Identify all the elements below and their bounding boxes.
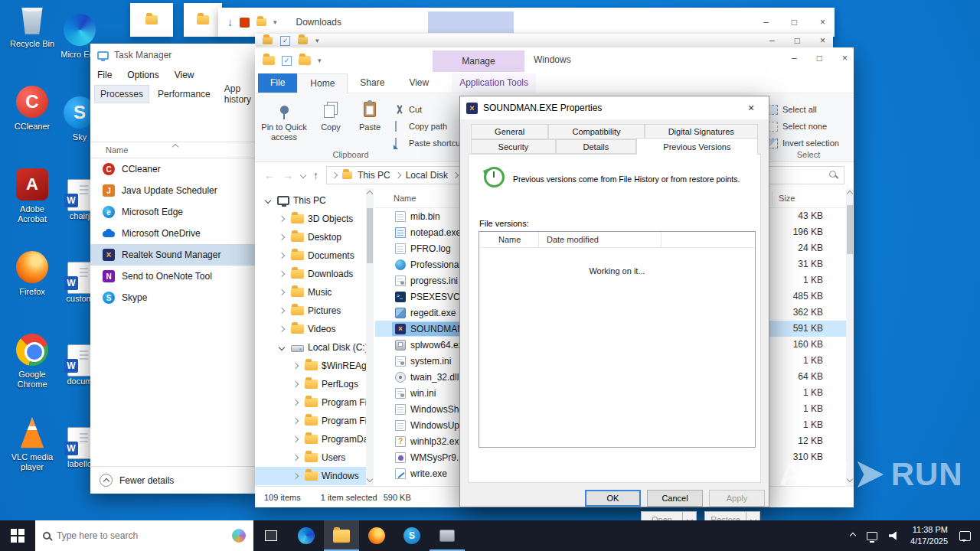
tab-share[interactable]: Share bbox=[348, 73, 397, 93]
expander-icon[interactable] bbox=[279, 344, 285, 350]
process-row-microsoft-edge[interactable]: Microsoft Edge bbox=[90, 201, 256, 223]
tree-item-program-files[interactable]: Program Files bbox=[255, 393, 366, 412]
search-input[interactable] bbox=[57, 530, 226, 541]
qat-dropdown-icon[interactable]: ▾ bbox=[315, 37, 319, 44]
column-header-date-modified[interactable]: Date modified bbox=[547, 235, 599, 244]
scrollbar-thumb[interactable] bbox=[367, 208, 373, 263]
file-versions-list[interactable]: Name Date modified Working on it... bbox=[479, 231, 756, 448]
taskbar-firefox-button[interactable] bbox=[359, 520, 394, 551]
tree-item-pictures[interactable]: Pictures bbox=[255, 302, 366, 320]
expander-icon[interactable] bbox=[279, 308, 285, 314]
column-header-size[interactable]: Size bbox=[772, 191, 795, 205]
tab-app-history[interactable]: App history bbox=[219, 80, 256, 108]
fewer-details-button[interactable]: Fewer details bbox=[90, 466, 256, 494]
task-view-button[interactable] bbox=[253, 520, 289, 551]
tree-item-this-pc[interactable]: This PC bbox=[255, 191, 366, 210]
expander-icon[interactable] bbox=[292, 418, 299, 424]
scroll-down-icon[interactable] bbox=[847, 476, 853, 482]
desktop-icon-google-chrome[interactable]: Google Chrome bbox=[5, 334, 60, 416]
apply-button[interactable]: Apply bbox=[709, 490, 765, 507]
minimize-icon[interactable]: – bbox=[769, 36, 775, 45]
minimize-icon[interactable]: – bbox=[763, 18, 769, 27]
expander-icon[interactable] bbox=[292, 363, 299, 369]
minimize-icon[interactable]: – bbox=[792, 54, 797, 63]
expander-icon[interactable] bbox=[292, 436, 299, 442]
forward-button[interactable]: → bbox=[283, 170, 293, 181]
column-header-name[interactable]: Name bbox=[90, 142, 256, 158]
taskbar-skype-button[interactable]: S bbox=[394, 520, 430, 551]
close-icon[interactable]: × bbox=[820, 36, 825, 45]
scroll-down-icon[interactable] bbox=[367, 476, 373, 482]
tree-item-music[interactable]: Music bbox=[255, 283, 366, 302]
file-list-scrollbar[interactable] bbox=[846, 188, 854, 486]
ok-button[interactable]: OK bbox=[585, 490, 641, 507]
recent-locations-icon[interactable] bbox=[300, 172, 306, 178]
menu-options[interactable]: Options bbox=[127, 70, 158, 80]
taskbar-edge-button[interactable] bbox=[289, 520, 324, 551]
tab-home[interactable]: Home bbox=[297, 73, 348, 93]
pin-to-quick-access-button[interactable]: Pin to Quick access bbox=[260, 98, 309, 142]
desktop-icon-vlc-media-player[interactable]: VLC media player bbox=[5, 416, 60, 499]
expander-icon[interactable] bbox=[279, 253, 285, 259]
up-button[interactable]: ↑ bbox=[313, 170, 318, 181]
tree-item-videos[interactable]: Videos bbox=[255, 320, 366, 338]
expander-icon[interactable] bbox=[279, 326, 285, 332]
expander-icon[interactable] bbox=[279, 271, 285, 277]
tab-application-tools[interactable]: Application Tools bbox=[452, 73, 536, 93]
process-row-realtek-sound-manager[interactable]: Realtek Sound Manager bbox=[90, 244, 256, 266]
dialog-tab-details[interactable]: Details bbox=[556, 139, 636, 154]
dialog-tab-security[interactable]: Security bbox=[471, 139, 556, 154]
dialog-tab-general[interactable]: General bbox=[471, 124, 548, 139]
tab-view[interactable]: View bbox=[397, 73, 441, 93]
qat-dropdown-icon[interactable]: ▾ bbox=[318, 57, 322, 64]
tab-performance[interactable]: Performance bbox=[152, 86, 216, 103]
dialog-tab-compatibility[interactable]: Compatibility bbox=[548, 124, 644, 139]
maximize-icon[interactable]: □ bbox=[817, 54, 822, 63]
qat-dropdown-icon[interactable]: ▾ bbox=[273, 18, 277, 26]
cancel-button[interactable]: Cancel bbox=[647, 490, 703, 507]
desktop-icon-recycle-bin[interactable]: Recycle Bin bbox=[5, 3, 60, 86]
start-button[interactable] bbox=[0, 520, 35, 551]
network-icon[interactable] bbox=[867, 532, 877, 540]
tree-item-downloads[interactable]: Downloads bbox=[255, 265, 366, 283]
close-icon[interactable]: × bbox=[740, 99, 763, 116]
tree-item-programdata[interactable]: ProgramData bbox=[255, 430, 366, 448]
expander-icon[interactable] bbox=[292, 399, 299, 406]
background-explorer-window[interactable]: ▾ – □ × bbox=[255, 34, 833, 47]
expander-icon[interactable] bbox=[265, 197, 271, 204]
paste-button[interactable]: Paste bbox=[351, 98, 388, 132]
taskbar-search[interactable] bbox=[35, 520, 253, 551]
background-window-fragment[interactable] bbox=[130, 3, 173, 37]
tree-scrollbar[interactable] bbox=[366, 188, 374, 486]
scroll-up-icon[interactable] bbox=[367, 191, 373, 197]
tree-item-desktop[interactable]: Desktop bbox=[255, 228, 366, 246]
select-none-button[interactable]: Select none bbox=[768, 118, 827, 135]
action-center-icon[interactable] bbox=[959, 531, 971, 541]
breadcrumb-local-disk[interactable]: Local Disk bbox=[406, 170, 448, 181]
process-row-microsoft-onedrive[interactable]: Microsoft OneDrive bbox=[90, 223, 256, 244]
process-row-skype[interactable]: Skype bbox=[90, 287, 256, 308]
taskbar-explorer-button[interactable] bbox=[324, 520, 359, 551]
breadcrumb-this-pc[interactable]: This PC bbox=[358, 170, 390, 181]
tree-item-users[interactable]: Users bbox=[255, 448, 366, 467]
maximize-icon[interactable]: □ bbox=[792, 18, 797, 27]
process-row-send-to-onenote-tool[interactable]: Send to OneNote Tool bbox=[90, 266, 256, 287]
close-icon[interactable]: × bbox=[820, 18, 825, 27]
background-window-fragment[interactable] bbox=[184, 3, 222, 37]
scroll-up-icon[interactable] bbox=[847, 191, 853, 197]
process-row-java-update-scheduler[interactable]: Java Update Scheduler bbox=[90, 180, 256, 201]
downloads-window[interactable]: ↓ ▾ Downloads – □ × bbox=[218, 8, 835, 37]
tab-processes[interactable]: Processes bbox=[94, 85, 149, 103]
tree-item-windows[interactable]: Windows bbox=[255, 467, 366, 485]
checkbox-icon[interactable] bbox=[280, 36, 290, 46]
select-all-button[interactable]: Select all bbox=[768, 101, 817, 118]
tree-item-winreagent[interactable]: $WinREAgent bbox=[255, 357, 366, 375]
desktop-icon-firefox[interactable]: Firefox bbox=[5, 251, 60, 334]
tree-item-3d-objects[interactable]: 3D Objects bbox=[255, 210, 366, 228]
copy-button[interactable]: Copy bbox=[313, 98, 348, 132]
expander-icon[interactable] bbox=[292, 455, 299, 461]
expander-icon[interactable] bbox=[279, 234, 285, 240]
column-header-name[interactable]: Name bbox=[394, 194, 416, 203]
back-button[interactable]: ← bbox=[264, 170, 275, 181]
expander-icon[interactable] bbox=[279, 289, 285, 295]
